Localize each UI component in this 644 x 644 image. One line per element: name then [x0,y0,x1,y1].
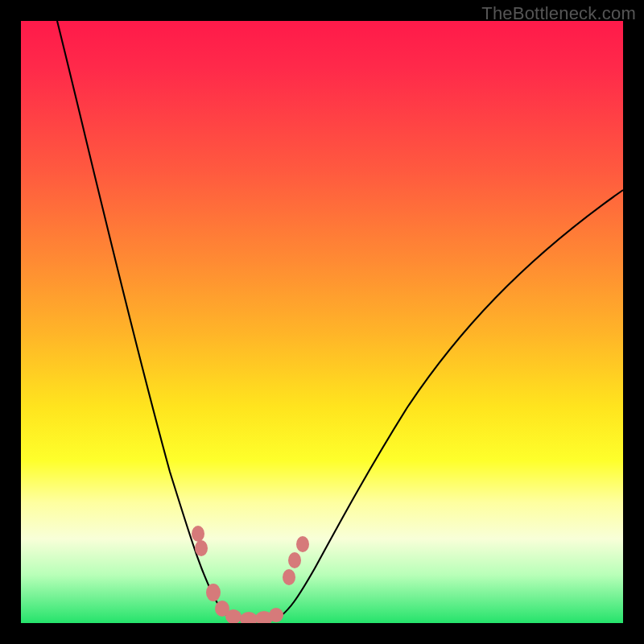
marker-dot [240,612,258,623]
marker-dot [296,536,309,552]
marker-dot [192,526,204,542]
marker-dot [195,540,208,556]
curve-right-branch [277,190,623,618]
curve-left-branch [57,21,238,619]
marker-dot [206,584,221,601]
plot-area [21,21,623,623]
curve-svg [21,21,623,623]
curve-markers [192,526,309,623]
chart-frame: TheBottleneck.com [0,0,644,644]
watermark-text: TheBottleneck.com [481,3,636,24]
marker-dot [283,569,295,585]
bottleneck-curve [57,21,623,620]
marker-dot [269,608,283,622]
marker-dot [288,552,301,568]
